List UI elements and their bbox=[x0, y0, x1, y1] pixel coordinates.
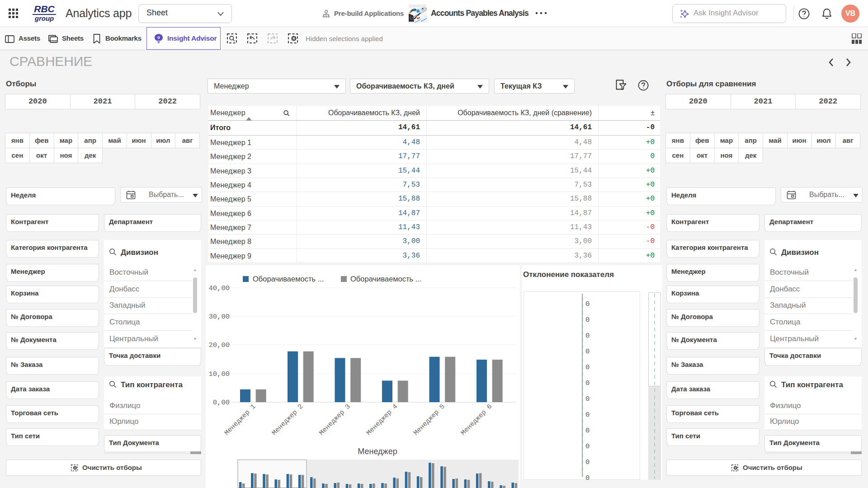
svg-text:0: 0 bbox=[585, 316, 590, 324]
svg-text:0: 0 bbox=[585, 427, 590, 435]
svg-text:0: 0 bbox=[585, 458, 590, 466]
svg-text:Оборачиваемость ...: Оборачиваемость ... bbox=[350, 275, 421, 283]
svg-text:20,00: 20,00 bbox=[208, 341, 230, 349]
svg-text:30,00: 30,00 bbox=[208, 313, 230, 321]
svg-text:0: 0 bbox=[585, 395, 590, 403]
svg-text:0: 0 bbox=[585, 363, 590, 371]
svg-text:Менеджер 4: Менеджер 4 bbox=[365, 403, 400, 437]
svg-text:0: 0 bbox=[585, 379, 590, 387]
svg-text:0: 0 bbox=[585, 347, 590, 356]
svg-text:0: 0 bbox=[585, 411, 590, 419]
svg-text:0: 0 bbox=[585, 332, 590, 340]
svg-text:0,00: 0,00 bbox=[213, 399, 230, 407]
svg-text:0: 0 bbox=[585, 442, 590, 450]
svg-text:40,00: 40,00 bbox=[208, 284, 230, 292]
svg-text:0: 0 bbox=[585, 300, 590, 308]
svg-text:Менеджер 1: Менеджер 1 bbox=[223, 403, 258, 437]
svg-text:Менеджер 6: Менеджер 6 bbox=[460, 403, 494, 437]
svg-text:Менеджер 3: Менеджер 3 bbox=[318, 403, 352, 437]
svg-text:Оборачиваемость ...: Оборачиваемость ... bbox=[253, 275, 324, 283]
svg-text:Менеджер: Менеджер bbox=[358, 447, 397, 456]
svg-text:0: 0 bbox=[585, 474, 590, 480]
svg-text:Менеджер 2: Менеджер 2 bbox=[271, 403, 305, 437]
svg-text:10,00: 10,00 bbox=[208, 370, 230, 378]
svg-text:Менеджер 5: Менеджер 5 bbox=[412, 403, 447, 437]
